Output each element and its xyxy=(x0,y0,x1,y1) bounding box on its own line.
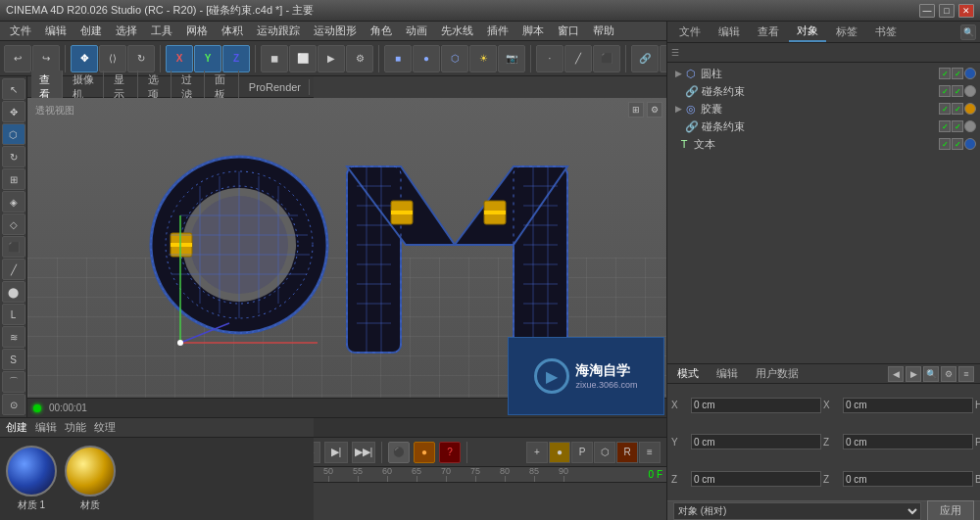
prop-settings[interactable]: ≡ xyxy=(958,366,974,382)
tool-7[interactable]: ⬛ xyxy=(2,236,25,258)
render-button[interactable]: ◼ xyxy=(261,45,288,72)
mat-tab-edit[interactable]: 编辑 xyxy=(35,420,57,435)
render-region-button[interactable]: ⬜ xyxy=(289,45,317,72)
obj-render-5[interactable]: ✓ xyxy=(952,138,963,150)
auto-keyframe-button[interactable]: ⚫ xyxy=(388,442,410,463)
tree-item-constraint1[interactable]: 🔗 碰条约束 ✓ ✓ xyxy=(669,82,978,100)
axis-x-button[interactable]: X xyxy=(166,45,193,72)
menu-edit[interactable]: 编辑 xyxy=(39,22,73,40)
tool-5[interactable]: ◈ xyxy=(2,191,25,213)
obj-vis-5[interactable]: ✓ xyxy=(939,138,951,150)
prop-nav-down[interactable]: ⚙ xyxy=(941,366,956,382)
rp-search[interactable]: 🔍 xyxy=(960,24,976,40)
pos-y-input[interactable] xyxy=(843,398,973,413)
tool-14[interactable]: ⊙ xyxy=(2,394,25,415)
mode-edge[interactable]: ╱ xyxy=(564,45,592,72)
move-tool[interactable]: ✥ xyxy=(2,101,25,122)
rp-tab-view[interactable]: 查看 xyxy=(750,23,787,41)
cylinder-button[interactable]: ⬡ xyxy=(441,45,468,72)
menu-window[interactable]: 窗口 xyxy=(552,22,585,40)
tool-8[interactable]: ╱ xyxy=(2,259,25,280)
rp-tab-file[interactable]: 文件 xyxy=(671,23,709,41)
mat-tab-func[interactable]: 功能 xyxy=(65,420,86,435)
obj-vis-4[interactable]: ✓ xyxy=(939,120,951,132)
render-view-button[interactable]: ▶ xyxy=(318,45,345,72)
vp-maximize-button[interactable]: ⊞ xyxy=(628,102,644,118)
snap-button[interactable]: 🔗 xyxy=(631,45,659,72)
rot-y-input[interactable] xyxy=(691,471,821,487)
menu-select[interactable]: 选择 xyxy=(110,22,143,40)
undo-button[interactable]: ↩ xyxy=(4,45,31,72)
tool-6[interactable]: ◇ xyxy=(2,213,25,235)
obj-render-1[interactable]: ✓ xyxy=(952,68,963,79)
obj-vis-1[interactable]: ✓ xyxy=(939,68,951,79)
sphere-button[interactable]: ● xyxy=(413,45,440,72)
rot-z-input[interactable] xyxy=(843,471,973,487)
prop-nav-left[interactable]: ◀ xyxy=(888,366,904,382)
menu-script[interactable]: 脚本 xyxy=(516,22,550,40)
axis-y-button[interactable]: Y xyxy=(194,45,221,72)
apply-button[interactable]: 应用 xyxy=(927,500,974,520)
render-settings-button[interactable]: ⚙ xyxy=(346,45,373,72)
cube-button[interactable]: ■ xyxy=(384,45,412,72)
tl-icon-2[interactable]: ● xyxy=(549,442,570,463)
tl-icon-3[interactable]: P xyxy=(571,442,593,463)
prop-tab-edit[interactable]: 编辑 xyxy=(712,366,742,381)
close-button[interactable]: ✕ xyxy=(958,4,974,18)
tree-item-jiaonang[interactable]: ▶ ◎ 胶囊 ✓ ✓ xyxy=(669,100,978,118)
tool-11[interactable]: ≋ xyxy=(2,326,25,348)
go-end2-button[interactable]: ▶▶| xyxy=(352,442,375,463)
camera-button[interactable]: 📷 xyxy=(498,45,525,72)
rotate-tool[interactable]: ↻ xyxy=(2,146,25,167)
prop-tab-userdata[interactable]: 用户数据 xyxy=(752,366,803,381)
pos-z-input[interactable] xyxy=(691,434,821,449)
go-end-button[interactable]: ▶| xyxy=(324,442,348,463)
record-button[interactable]: ● xyxy=(414,442,435,463)
tree-item-constraint2[interactable]: 🔗 碰条约束 ✓ ✓ xyxy=(669,118,978,135)
tool-4[interactable]: ⊞ xyxy=(2,168,25,190)
prop-tab-mode[interactable]: 模式 xyxy=(673,366,703,381)
tool-10[interactable]: L xyxy=(2,304,25,325)
tl-icon-4[interactable]: ⬡ xyxy=(594,442,615,463)
tool-9[interactable]: ⬤ xyxy=(2,281,25,303)
coord-mode-select[interactable]: 对象 (相对) xyxy=(673,502,921,520)
prop-nav-up[interactable]: 🔍 xyxy=(923,366,939,382)
rotate-button[interactable]: ↻ xyxy=(127,45,155,72)
menu-tools[interactable]: 工具 xyxy=(145,22,178,40)
obj-render-2[interactable]: ✓ xyxy=(952,85,963,97)
menu-volume[interactable]: 体积 xyxy=(216,22,249,40)
tree-item-text[interactable]: T 文本 ✓ ✓ xyxy=(669,135,978,153)
menu-mesh[interactable]: 网格 xyxy=(180,22,214,40)
obj-render-3[interactable]: ✓ xyxy=(952,103,963,115)
obj-dot-3[interactable] xyxy=(964,103,976,115)
menu-plugins[interactable]: 插件 xyxy=(481,22,514,40)
obj-dot-1[interactable] xyxy=(964,68,976,79)
tl-icon-5[interactable]: R xyxy=(616,442,638,463)
light-button[interactable]: ☀ xyxy=(469,45,497,72)
rp-tab-object[interactable]: 对象 xyxy=(789,22,826,42)
rot-x-input[interactable] xyxy=(843,434,973,449)
mode-point[interactable]: · xyxy=(536,45,564,72)
vp-tab-prorender[interactable]: ProRender xyxy=(241,79,310,95)
redo-button[interactable]: ↪ xyxy=(32,45,60,72)
tool-13[interactable]: ⌒ xyxy=(2,371,25,393)
mode-poly[interactable]: ⬛ xyxy=(593,45,620,72)
tl-icon-1[interactable]: + xyxy=(526,442,548,463)
scale-tool[interactable]: ⬡ xyxy=(2,123,25,145)
tool-12[interactable]: S xyxy=(2,349,25,370)
select-tool[interactable]: ↖ xyxy=(2,78,25,100)
axis-z-button[interactable]: Z xyxy=(222,45,250,72)
obj-vis-2[interactable]: ✓ xyxy=(939,85,951,97)
menu-motion-track[interactable]: 运动跟踪 xyxy=(251,22,306,40)
menu-animate[interactable]: 动画 xyxy=(400,22,433,40)
mat-tab-texture[interactable]: 纹理 xyxy=(94,420,116,435)
menu-file[interactable]: 文件 xyxy=(4,22,37,40)
menu-create[interactable]: 创建 xyxy=(74,22,108,40)
tree-item-yuanzhu[interactable]: ▶ ⬡ 圆柱 ✓ ✓ xyxy=(669,65,978,82)
mat-tab-create[interactable]: 创建 xyxy=(6,420,27,435)
move-button[interactable]: ✥ xyxy=(71,45,98,72)
tl-icon-6[interactable]: ≡ xyxy=(639,442,661,463)
maximize-button[interactable]: □ xyxy=(939,4,955,18)
record-active-button[interactable]: ? xyxy=(439,442,461,463)
menu-simulate[interactable]: 先水线 xyxy=(435,22,479,40)
